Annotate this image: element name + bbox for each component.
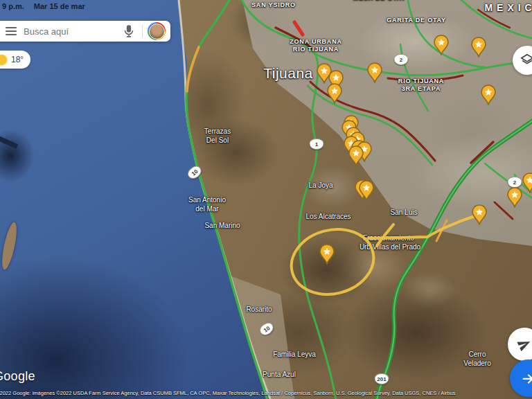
map-label: SAN YSIDRO — [251, 1, 296, 9]
map-label: Punta Azul — [263, 371, 296, 380]
search-bar[interactable]: Busca aquí — [0, 21, 170, 42]
map-label: San Antonio del Mar — [188, 196, 226, 213]
google-logo: Google — [0, 369, 35, 384]
map-label: MEXICO — [484, 2, 532, 15]
map-label: Familia Leyva — [273, 351, 316, 360]
saved-place-pin[interactable] — [359, 180, 374, 201]
map-label: RIO TIJUANA 3RA ETAPA — [398, 78, 444, 94]
saved-place-pin[interactable] — [367, 62, 382, 83]
status-date: Mar 15 de mar — [34, 2, 85, 10]
saved-place-pin[interactable] — [471, 37, 486, 57]
map-label: GARITA DE OTAY — [387, 17, 446, 24]
google-maps-app: { "status_bar": { "time": "9 p.m.", "dat… — [0, 0, 532, 399]
microphone-icon[interactable] — [121, 23, 137, 39]
map-label: Terrazas Del Sol — [204, 127, 231, 145]
directions-icon — [521, 371, 532, 386]
saved-place-pin[interactable] — [327, 83, 342, 104]
saved-place-pin[interactable] — [434, 35, 449, 55]
map-label: Urb Villas del Prado — [360, 243, 420, 252]
map-label: La Joya — [308, 181, 332, 190]
saved-place-pin[interactable] — [481, 85, 496, 105]
avatar-photo — [149, 24, 165, 39]
menu-icon[interactable] — [6, 27, 17, 35]
saved-place-pin[interactable] — [522, 172, 532, 193]
layers-icon — [520, 53, 532, 68]
divider — [142, 25, 143, 37]
map-label: San Luis — [391, 209, 418, 218]
map-label: MESA DE OTAY — [353, 0, 406, 3]
saved-place-pin[interactable] — [472, 204, 487, 225]
map-label: Tijuana — [263, 64, 313, 82]
weather-chip[interactable]: 18° — [0, 51, 30, 69]
map-label: Cerro Veladero — [463, 351, 490, 368]
search-input[interactable]: Busca aquí — [24, 26, 121, 37]
map-label: Rosarito — [246, 305, 272, 314]
route-shield: 1 — [310, 139, 324, 150]
account-avatar[interactable] — [148, 22, 166, 40]
route-shield: 2 — [508, 177, 522, 188]
saved-place-pin[interactable] — [348, 145, 364, 166]
route-shield: 201 — [375, 373, 389, 384]
copyright-attribution: ©2022 Google: imágenes ©2022 USDA Farm S… — [0, 390, 532, 396]
map-label: Los Alcatraces — [305, 213, 351, 222]
route-shield: 2 — [394, 54, 409, 65]
saved-place-pin[interactable] — [507, 187, 522, 208]
saved-place-pin[interactable] — [319, 244, 335, 265]
sun-icon — [0, 55, 7, 65]
map-label: Fraccionamiento — [363, 234, 414, 243]
map-label: San Marino — [204, 222, 240, 231]
status-time: 9 p.m. — [2, 2, 24, 10]
map-label: ZONA URBANA RIO TIJUANA — [290, 38, 342, 54]
navigation-arrow-icon — [517, 337, 532, 352]
status-bar: 9 p.m.Mar 15 de mar — [2, 2, 95, 10]
temperature-value: 18° — [11, 55, 24, 64]
